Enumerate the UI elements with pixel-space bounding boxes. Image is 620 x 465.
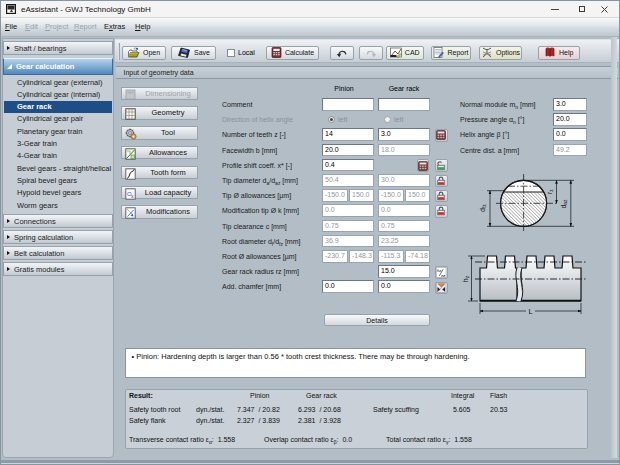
svg-text:hz: hz (462, 275, 471, 282)
svg-text:L: L (528, 307, 532, 316)
svg-text:rz: rz (546, 189, 554, 194)
svg-text:daz: daz (560, 199, 568, 208)
svg-text:dfz: dfz (479, 204, 487, 212)
